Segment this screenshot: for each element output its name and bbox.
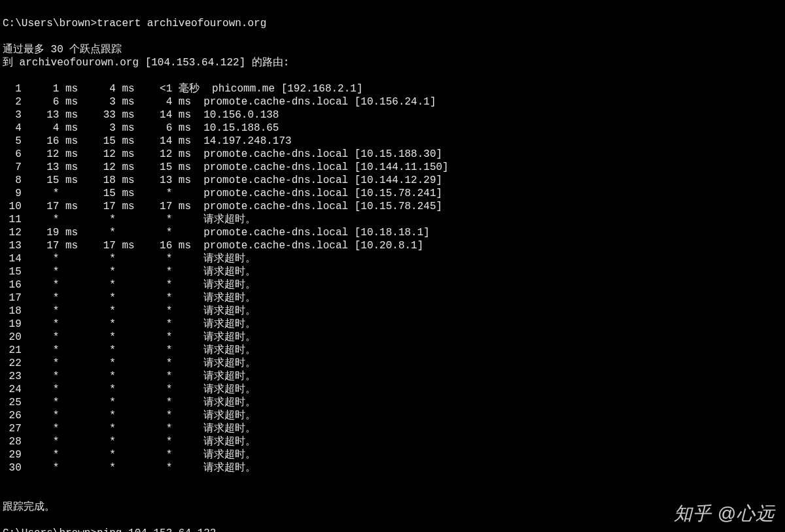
command-tracert: tracert archiveofourown.org (97, 18, 266, 29)
prompt-path: C:\Users\brown> (3, 18, 97, 29)
terminal-output[interactable]: C:\Users\brown>tracert archiveofourown.o… (0, 0, 785, 532)
trace-header-1: 通过最多 30 个跃点跟踪 (3, 44, 122, 56)
hop-list: 1 1 ms 4 ms <1 毫秒 phicomm.me [192.168.2.… (3, 82, 782, 474)
prompt-path: C:\Users\brown> (3, 527, 97, 532)
prompt-line-2: C:\Users\brown>ping 104.153.64.122 (3, 527, 216, 532)
prompt-line-1: C:\Users\brown>tracert archiveofourown.o… (3, 18, 266, 29)
trace-complete: 跟踪完成。 (3, 501, 55, 513)
trace-header-2: 到 archiveofourown.org [104.153.64.122] 的… (3, 57, 289, 69)
command-ping: ping 104.153.64.122 (97, 527, 216, 532)
